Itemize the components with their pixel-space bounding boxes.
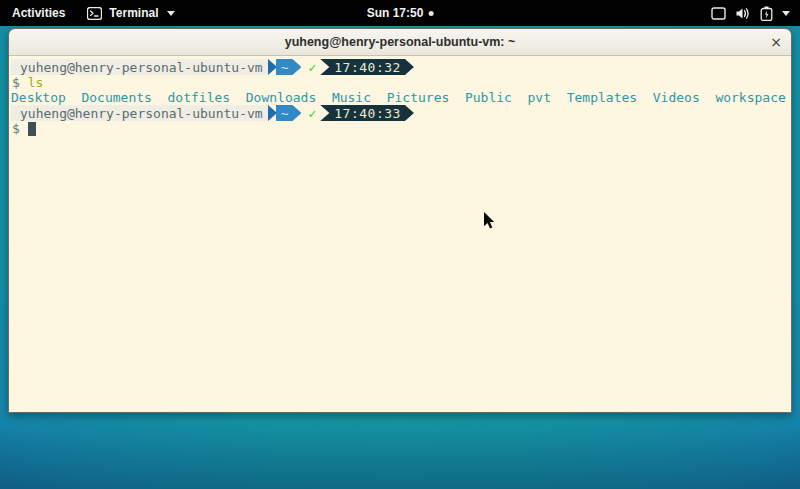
directory-listing: DesktopDocumentsdotfilesDownloadsMusicPi… (11, 90, 791, 105)
terminal-window: yuheng@henry-personal-ubuntu-vm: ~ × yuh… (8, 28, 792, 413)
prompt-char: $ (12, 121, 20, 136)
top-bar: Activities Terminal Sun 17:50 (0, 0, 800, 26)
battery-charging-icon (760, 6, 773, 21)
chevron-down-icon (167, 11, 175, 16)
notification-dot-icon (428, 11, 433, 16)
success-check-icon: ✓ (308, 106, 316, 121)
prompt-cwd-segment: ~ (276, 59, 302, 75)
terminal-content[interactable]: yuheng@henry-personal-ubuntu-vm ~ ✓ 17:4… (9, 56, 791, 412)
directory-item: Pictures (387, 90, 450, 105)
prompt-userhost-segment: yuheng@henry-personal-ubuntu-vm (11, 59, 268, 75)
directory-item: Templates (567, 90, 637, 105)
directory-item: Videos (653, 90, 700, 105)
directory-item: workspace (715, 90, 785, 105)
directory-item: Music (332, 90, 371, 105)
activities-button[interactable]: Activities (0, 0, 77, 26)
display-icon (711, 7, 726, 20)
directory-item: dotfiles (168, 90, 231, 105)
prompt-cwd-segment: ~ (276, 105, 302, 121)
volume-icon (735, 7, 751, 20)
powerline-arrow-icon (268, 105, 277, 121)
directory-item: Desktop (11, 90, 66, 105)
prompt-line: yuheng@henry-personal-ubuntu-vm ~ ✓ 17:4… (11, 59, 791, 75)
directory-item: Documents (81, 90, 151, 105)
titlebar[interactable]: yuheng@henry-personal-ubuntu-vm: ~ × (9, 29, 791, 56)
prompt-time-segment: 17:40:32 (320, 59, 414, 75)
close-button[interactable]: × (770, 29, 782, 55)
terminal-cursor (28, 122, 36, 136)
input-line[interactable]: $ (11, 121, 791, 136)
command-text: ls (28, 75, 44, 90)
terminal-app-icon (87, 7, 102, 20)
system-menu-button[interactable] (701, 0, 800, 26)
prompt-time-segment: 17:40:33 (320, 105, 414, 121)
prompt-userhost-segment: yuheng@henry-personal-ubuntu-vm (11, 105, 268, 121)
clock-button[interactable]: Sun 17:50 (367, 0, 434, 26)
prompt-char: $ (12, 75, 20, 90)
command-line: $ ls (11, 75, 791, 90)
desktop: { "top_bar": { "activities_label": "Acti… (0, 0, 800, 489)
directory-item: pvt (528, 90, 551, 105)
clock-label: Sun 17:50 (367, 6, 424, 20)
powerline-arrow-icon (268, 59, 277, 75)
app-menu-button[interactable]: Terminal (77, 0, 185, 26)
directory-item: Public (465, 90, 512, 105)
window-title: yuheng@henry-personal-ubuntu-vm: ~ (285, 35, 516, 49)
mouse-cursor-icon (483, 211, 495, 230)
success-check-icon: ✓ (308, 60, 316, 75)
directory-item: Downloads (246, 90, 316, 105)
chevron-down-icon (782, 11, 790, 16)
prompt-line: yuheng@henry-personal-ubuntu-vm ~ ✓ 17:4… (11, 105, 791, 121)
app-menu-label: Terminal (109, 6, 158, 20)
